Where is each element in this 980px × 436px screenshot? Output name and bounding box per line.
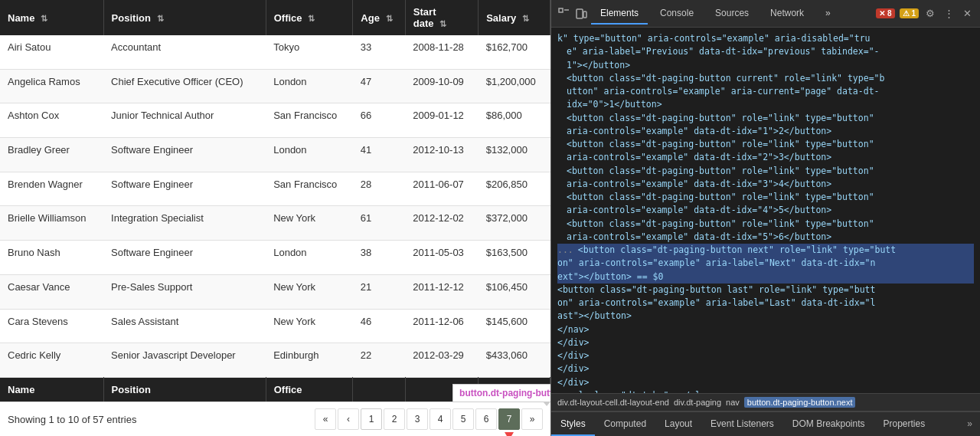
bottom-tab-layout[interactable]: Layout: [655, 412, 701, 436]
tab-elements[interactable]: Elements: [591, 3, 648, 25]
table-cell: 38: [353, 241, 406, 275]
code-line: </div>: [557, 336, 974, 349]
table-cell: New York: [266, 206, 353, 241]
showing-text: Showing 1 to 10 of 57 entries: [8, 414, 136, 425]
col-office[interactable]: Office ⇅: [266, 0, 353, 35]
code-line: </nav>: [557, 323, 974, 336]
code-line: on" aria-controls="example" aria-label="…: [557, 297, 974, 310]
table-cell: 22: [353, 343, 406, 378]
table-cell: $145,600: [479, 309, 550, 343]
code-line: utton" aria-controls="example" aria-curr…: [557, 85, 974, 98]
table-footer: Showing 1 to 10 of 57 entries « ‹ 1 2 3 …: [0, 402, 550, 436]
pag-next-btn[interactable]: 7: [498, 408, 520, 430]
bottom-tab-styles[interactable]: Styles: [551, 412, 595, 436]
sort-icon-office: ⇅: [308, 14, 315, 23]
footer-name: Name: [0, 378, 103, 402]
table-cell: 2012-12-02: [405, 206, 478, 241]
bottom-tab-dom-breakpoints[interactable]: DOM Breakpoints: [783, 412, 874, 436]
pag-page-3[interactable]: 3: [407, 408, 428, 430]
code-line: aria-controls="example" data-dt-idx="4">…: [557, 204, 974, 217]
breadcrumb-item[interactable]: div.dt-layout-cell.dt-layout-end: [557, 398, 669, 407]
tab-sources[interactable]: Sources: [706, 3, 758, 25]
sort-icon-salary: ⇅: [522, 14, 529, 23]
code-line: </div>: [557, 362, 974, 375]
code-line: aria-controls="example" data-dt-idx="2">…: [557, 151, 974, 164]
inspect-icon[interactable]: [557, 7, 571, 21]
table-cell: 2011-12-06: [405, 309, 478, 343]
settings-icon[interactable]: ⚙: [923, 7, 937, 21]
pag-prev-btn[interactable]: ‹: [338, 408, 359, 430]
bottom-tab-»[interactable]: »: [959, 412, 980, 436]
code-line: e" aria-label="Previous" data-dt-idx="pr…: [557, 45, 974, 58]
code-line: <button class="dt-paging-button current"…: [557, 72, 974, 85]
col-age[interactable]: Age ⇅: [353, 0, 406, 35]
table-cell: 2012-03-29: [405, 343, 478, 378]
table-cell: $433,060: [479, 343, 550, 378]
pagination: « ‹ 1 2 3 4 5 6 button.dt-paging-button.…: [315, 408, 543, 430]
table-cell: 2009-01-12: [405, 103, 478, 138]
tab-console[interactable]: Console: [651, 3, 703, 25]
table-cell: Cara Stevens: [0, 309, 103, 343]
svg-rect-3: [583, 11, 586, 18]
bottom-tab-computed[interactable]: Computed: [595, 412, 655, 436]
footer-age: [353, 378, 406, 402]
code-line: <button class="dt-paging-button" role="l…: [557, 138, 974, 151]
pag-page-1[interactable]: 1: [361, 408, 382, 430]
tab-more[interactable]: »: [816, 3, 840, 25]
table-cell: Accountant: [103, 35, 266, 69]
close-icon[interactable]: ✕: [960, 7, 974, 21]
breadcrumb-item[interactable]: div.dt-paging: [674, 398, 721, 407]
pag-page-6[interactable]: 6: [475, 408, 497, 430]
table-cell: Pre-Sales Support: [103, 274, 266, 309]
table-cell: 2011-06-07: [405, 172, 478, 206]
table-row: Brenden WagnerSoftware EngineerSan Franc…: [0, 172, 550, 206]
table-cell: London: [266, 241, 353, 275]
pag-page-5[interactable]: 5: [452, 408, 474, 430]
col-start-date[interactable]: Startdate ⇅: [405, 0, 478, 35]
code-line: <button class="dt-paging-button" role="l…: [557, 165, 974, 178]
device-icon[interactable]: [574, 7, 588, 21]
table-body: Airi SatouAccountantTokyo332008-11-28$16…: [0, 35, 550, 378]
code-line: on" aria-controls="example" aria-label="…: [557, 257, 974, 270]
tab-network[interactable]: Network: [761, 3, 813, 25]
table-header-row: Name ⇅ Position ⇅ Office ⇅ Age ⇅ Startda…: [0, 0, 550, 35]
pag-first-btn[interactable]: «: [315, 408, 336, 430]
devtools-panel: Elements Console Sources Network » ✕ 8 ⚠…: [551, 0, 980, 436]
table-cell: 2009-10-09: [405, 69, 478, 103]
footer-date: [405, 378, 478, 402]
table-cell: 28: [353, 172, 406, 206]
table-row: Ashton CoxJunior Technical AuthorSan Fra…: [0, 103, 550, 138]
table-cell: 2011-12-12: [405, 274, 478, 309]
table-cell: $1,200,000: [479, 69, 550, 103]
breadcrumb-item[interactable]: nav: [726, 398, 740, 407]
table-cell: 2008-11-28: [405, 35, 478, 69]
footer-office: Office: [266, 378, 353, 402]
bottom-tab-properties[interactable]: Properties: [874, 412, 935, 436]
more-icon[interactable]: ⋮: [942, 7, 956, 21]
pag-page-2[interactable]: 2: [384, 408, 405, 430]
code-line: 1"></button>: [557, 59, 974, 72]
red-arrow-indicator: [505, 432, 514, 436]
pag-page-4[interactable]: 4: [430, 408, 451, 430]
breadcrumb-item[interactable]: button.dt-paging-button.next: [744, 397, 856, 408]
table-cell: 21: [353, 274, 406, 309]
devtools-breadcrumb: div.dt-layout-cell.dt-layout-end div.dt-…: [551, 393, 980, 411]
bottom-tab-event-listeners[interactable]: Event Listeners: [701, 412, 783, 436]
table-cell: Integration Specialist: [103, 206, 266, 241]
code-line: <button class="dt-paging-button" role="l…: [557, 191, 974, 204]
col-salary[interactable]: Salary ⇅: [479, 0, 550, 35]
pag-next2-btn[interactable]: »: [521, 408, 543, 430]
table-cell: 66: [353, 103, 406, 138]
table-cell: $163,500: [479, 241, 550, 275]
table-cell: $162,700: [479, 35, 550, 69]
table-row: Angelica RamosChief Executive Officer (C…: [0, 69, 550, 103]
table-panel: Name ⇅ Position ⇅ Office ⇅ Age ⇅ Startda…: [0, 0, 551, 436]
table-cell: 2012-10-13: [405, 137, 478, 172]
table-cell: $132,000: [479, 137, 550, 172]
code-line: <button class="dt-paging-button" role="l…: [557, 112, 974, 125]
col-name[interactable]: Name ⇅: [0, 0, 103, 35]
col-position[interactable]: Position ⇅: [103, 0, 266, 35]
table-cell: $106,450: [479, 274, 550, 309]
code-line: aria-controls="example" data-dt-idx="5">…: [557, 231, 974, 244]
table-cell: London: [266, 137, 353, 172]
